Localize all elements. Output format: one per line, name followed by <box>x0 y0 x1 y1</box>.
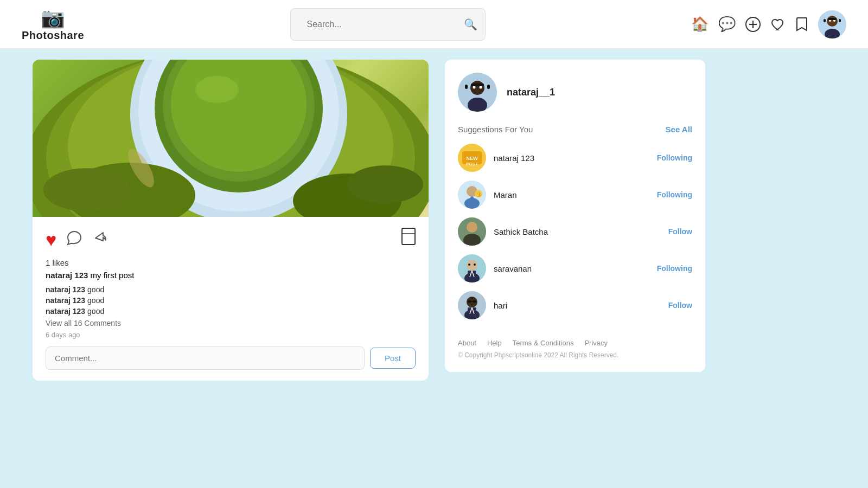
suggestion-avatar-2: 👍 <box>458 181 486 209</box>
svg-point-23 <box>347 165 423 203</box>
logo-text: Photoshare <box>22 29 84 42</box>
suggestion-avatar-1: NEW POST <box>458 144 486 172</box>
bookmark-nav-icon[interactable] <box>795 17 808 32</box>
suggestions-header: Suggestions For You See All <box>458 125 692 134</box>
home-icon[interactable]: 🏠 <box>691 16 709 33</box>
follow-button-2[interactable]: Following <box>657 190 692 199</box>
share-button[interactable] <box>92 230 107 249</box>
comment-text-3: good <box>87 307 104 316</box>
follow-button-3[interactable]: Follow <box>668 227 692 236</box>
svg-point-22 <box>43 168 130 211</box>
sidebar-footer: About Help Terms & Conditions Privacy © … <box>458 330 692 359</box>
comment-button[interactable] <box>66 230 82 250</box>
post-timestamp: 6 days ago <box>46 331 416 339</box>
svg-rect-8 <box>828 18 837 20</box>
footer-link-privacy[interactable]: Privacy <box>584 339 608 347</box>
svg-point-4 <box>827 16 838 27</box>
caption-text-content: my first post <box>91 271 135 280</box>
nav-icons: 🏠 💬 <box>691 10 846 38</box>
suggestions-title: Suggestions For You <box>458 125 533 134</box>
copyright-text: © Copyright Phpscriptsonline 2022 All Ri… <box>458 351 692 359</box>
svg-text:POST: POST <box>466 162 478 166</box>
svg-point-41 <box>464 198 480 209</box>
svg-text:NEW: NEW <box>467 156 478 161</box>
suggestion-item-1: NEW POST nataraj 123 Following <box>458 144 692 172</box>
footer-link-terms[interactable]: Terms & Conditions <box>513 339 574 347</box>
post-comment-button[interactable]: Post <box>370 348 416 369</box>
suggestion-avatar-5 <box>458 291 486 319</box>
comment-text-2: good <box>87 296 104 305</box>
header: 📷 Photoshare 🔍 🏠 💬 <box>0 0 868 49</box>
svg-point-28 <box>470 81 484 95</box>
svg-rect-34 <box>487 85 490 89</box>
suggestion-name-5: hari <box>494 301 661 310</box>
likes-icon[interactable] <box>770 17 786 32</box>
svg-text:👍: 👍 <box>475 190 482 197</box>
search-button[interactable]: 🔍 <box>464 18 477 31</box>
suggestion-name-4: saravanan <box>494 264 649 273</box>
comment-line-2: nataraj 123 good <box>46 296 416 305</box>
comment-line-1: nataraj 123 good <box>46 285 416 294</box>
sidebar-username: nataraj__1 <box>507 87 555 98</box>
logo-area: 📷 Photoshare <box>22 7 84 42</box>
comment-username-2: nataraj 123 <box>46 296 85 305</box>
svg-rect-10 <box>839 19 841 22</box>
svg-rect-33 <box>465 85 468 89</box>
view-all-comments[interactable]: View all 16 Comments <box>46 319 416 328</box>
main-content: ♥ 1 likes <box>0 49 868 391</box>
suggestion-item-4: saravanan Following <box>458 254 692 282</box>
svg-point-31 <box>480 86 482 89</box>
footer-link-help[interactable]: Help <box>487 339 502 347</box>
suggestion-name-3: Sathick Batcha <box>494 227 661 236</box>
follow-button-5[interactable]: Follow <box>668 301 692 310</box>
post-actions-area: ♥ 1 likes <box>33 217 429 381</box>
svg-rect-25 <box>402 228 415 245</box>
messages-icon[interactable]: 💬 <box>718 16 736 33</box>
svg-point-19 <box>195 76 239 103</box>
see-all-link[interactable]: See All <box>666 125 692 134</box>
svg-rect-61 <box>468 300 471 303</box>
suggestion-name-2: Maran <box>494 190 649 200</box>
user-avatar-header[interactable] <box>818 10 846 38</box>
post-image <box>33 60 429 217</box>
comment-line-3: nataraj 123 good <box>46 307 416 316</box>
add-post-icon[interactable] <box>745 17 761 32</box>
footer-links: About Help Terms & Conditions Privacy <box>458 339 692 347</box>
comment-text-1: good <box>87 285 104 294</box>
follow-button-1[interactable]: Following <box>657 153 692 162</box>
suggestion-avatar-3 <box>458 217 486 246</box>
comment-username-3: nataraj 123 <box>46 307 85 316</box>
like-button[interactable]: ♥ <box>46 229 56 251</box>
search-bar: 🔍 <box>290 8 486 41</box>
svg-rect-9 <box>824 19 826 22</box>
suggestion-item-5: hari Follow <box>458 291 692 319</box>
follow-button-4[interactable]: Following <box>657 264 692 273</box>
action-icons: ♥ <box>46 228 416 252</box>
suggestion-name-1: nataraj 123 <box>494 153 649 163</box>
sidebar-user-avatar[interactable] <box>458 73 497 112</box>
suggestion-item-2: 👍 Maran Following <box>458 181 692 209</box>
caption-username: nataraj 123 <box>46 271 88 280</box>
comment-username-1: nataraj 123 <box>46 285 85 294</box>
post-card: ♥ 1 likes <box>33 60 429 381</box>
svg-point-30 <box>473 86 476 89</box>
save-post-button[interactable] <box>401 228 416 245</box>
likes-count: 1 likes <box>46 258 416 267</box>
svg-point-48 <box>467 222 477 233</box>
post-caption: nataraj 123 my first post <box>46 271 416 280</box>
suggestion-avatar-4 <box>458 254 486 282</box>
svg-point-53 <box>468 264 470 266</box>
svg-rect-62 <box>473 300 476 303</box>
svg-point-51 <box>467 260 477 271</box>
svg-rect-32 <box>471 84 484 86</box>
comment-input[interactable] <box>46 346 365 370</box>
footer-link-about[interactable]: About <box>458 339 476 347</box>
camera-icon: 📷 <box>41 7 65 29</box>
sidebar-profile: nataraj__1 <box>458 73 692 112</box>
search-input[interactable] <box>298 13 464 36</box>
suggestion-item-3: Sathick Batcha Follow <box>458 217 692 246</box>
comment-input-row: Post <box>46 346 416 370</box>
svg-point-54 <box>474 264 476 266</box>
sidebar: nataraj__1 Suggestions For You See All N… <box>445 60 705 372</box>
